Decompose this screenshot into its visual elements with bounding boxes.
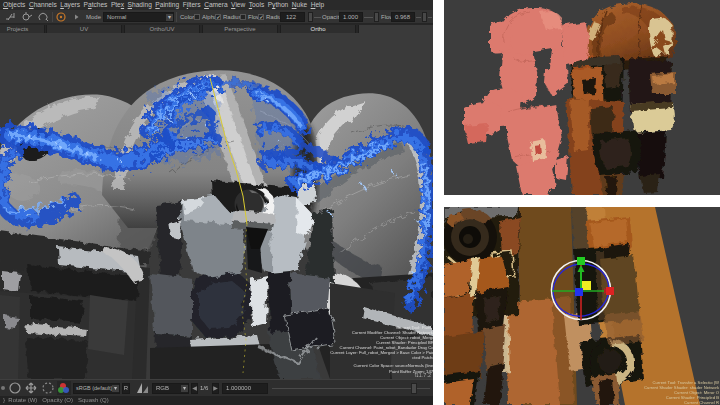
svg-text:Current Color Space: sourceNor: Current Color Space: sourceNormals (line…: [353, 363, 433, 368]
svg-text:cted Patches: cted Patches: [412, 355, 433, 360]
